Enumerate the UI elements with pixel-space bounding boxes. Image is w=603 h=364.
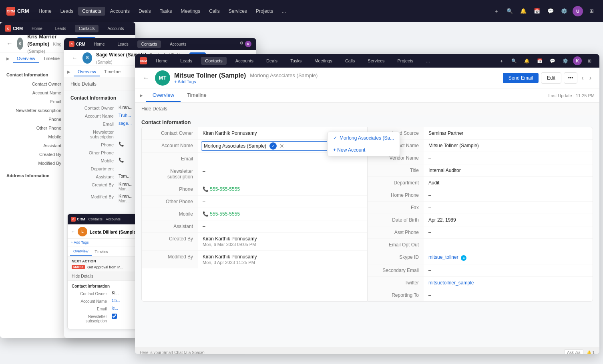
- win1-sidebar-address[interactable]: Address Information: [0, 171, 68, 180]
- nav-more[interactable]: ...: [278, 7, 290, 16]
- win3-add-icon[interactable]: ＋: [496, 56, 507, 66]
- win3-send-email-button[interactable]: Send Email: [503, 73, 539, 83]
- win1-sidebar-mobile[interactable]: Mobile: [0, 132, 68, 141]
- win3-twitter-link[interactable]: mitsuetollner_sample: [428, 280, 474, 286]
- search-icon[interactable]: 🔍: [505, 6, 515, 16]
- win1-tab-overview[interactable]: Overview: [13, 54, 39, 63]
- win1-tab-timeline[interactable]: Timeline: [39, 54, 64, 63]
- nav-meetings[interactable]: Meetings: [177, 7, 204, 16]
- win1-sidebar-newsletter[interactable]: Newsletter subscription: [0, 106, 68, 115]
- nav-tasks[interactable]: Tasks: [156, 7, 176, 16]
- win2-settings-icon[interactable]: ⚙: [240, 41, 243, 47]
- win1-nav-deals[interactable]: Deals: [133, 25, 135, 32]
- win3-add-tags-button[interactable]: + Add Tags: [174, 79, 196, 84]
- win3-avatar[interactable]: K: [573, 56, 582, 65]
- win1-sidebar-email[interactable]: Email: [0, 97, 68, 106]
- win3-nav-calls[interactable]: Calls: [341, 57, 359, 65]
- win3-nav-leads[interactable]: Leads: [176, 57, 196, 65]
- win3-nav-accounts[interactable]: Accounts: [231, 57, 257, 65]
- calendar-icon[interactable]: 📅: [532, 6, 542, 16]
- win2-leota-tab-overview[interactable]: Overview: [70, 248, 92, 256]
- win2-leota-back[interactable]: ←: [71, 229, 75, 234]
- nav-calls[interactable]: Calls: [205, 7, 224, 16]
- win3-label-skype: Skype ID: [368, 251, 424, 264]
- win1-sidebar-modified-by[interactable]: Modified By: [0, 159, 68, 168]
- nav-contacts[interactable]: Contacts: [78, 7, 105, 16]
- win2-avatar[interactable]: K: [245, 41, 251, 47]
- chat-icon[interactable]: 💬: [545, 6, 556, 16]
- win3-nav-contacts[interactable]: Contacts: [201, 57, 226, 65]
- win3-nav-projects[interactable]: Projects: [394, 57, 418, 65]
- win2-tab-overview[interactable]: Overview: [74, 68, 100, 76]
- win3-dropdown-item-1[interactable]: ✓ Morlong Associates (Sa...: [328, 132, 400, 144]
- user-avatar[interactable]: U: [573, 6, 583, 16]
- win3-nav-home[interactable]: Home: [152, 57, 171, 65]
- win3-label-title: Title: [368, 164, 424, 176]
- win3-nav-meetings[interactable]: Meetings: [310, 57, 336, 65]
- win1-sidebar-phone[interactable]: Phone: [0, 115, 68, 124]
- win3-next-button[interactable]: ›: [588, 73, 593, 83]
- win3-account-name-input[interactable]: [204, 143, 268, 149]
- win1-sidebar-contact-owner[interactable]: Contact Owner: [0, 80, 68, 88]
- grid-icon[interactable]: ⊞: [586, 6, 597, 16]
- nav-projects[interactable]: Projects: [252, 7, 277, 16]
- win3-more-button[interactable]: •••: [564, 72, 578, 84]
- win2-leota-nav-contacts[interactable]: Contacts: [88, 217, 103, 221]
- win1-back-button[interactable]: ←: [6, 39, 13, 48]
- win3-account-name-confirm[interactable]: ✓: [269, 142, 277, 150]
- win1-nav-leads[interactable]: Leads: [51, 25, 70, 32]
- win3-nav-services[interactable]: Services: [364, 57, 388, 65]
- nav-services[interactable]: Services: [225, 7, 251, 16]
- win2-nav-contacts[interactable]: Contacts: [137, 40, 161, 48]
- win1-collapse-arrow[interactable]: ▶: [6, 56, 10, 61]
- win2-f2-newsletter-checkbox[interactable]: [112, 314, 117, 319]
- win1-sidebar-contact-info[interactable]: Contact Information: [0, 70, 68, 80]
- win3-tab-overview[interactable]: Overview: [146, 89, 181, 102]
- win2-nav-leads[interactable]: Leads: [113, 40, 132, 48]
- win1-sidebar-account-name[interactable]: Account Name: [0, 88, 68, 97]
- win2-leota-nav-accounts[interactable]: Accounts: [106, 217, 121, 221]
- win2-collapse-arrow[interactable]: ▶: [67, 70, 70, 74]
- win1-sidebar-assistant[interactable]: Assistant: [0, 141, 68, 150]
- win3-hide-details[interactable]: Hide Details: [135, 103, 599, 115]
- win3-account-name-cancel[interactable]: ✕: [278, 142, 285, 150]
- nav-deals[interactable]: Deals: [135, 7, 155, 16]
- bell-icon[interactable]: 🔔: [518, 6, 529, 16]
- win1-nav-contacts[interactable]: Contacts: [75, 25, 98, 32]
- win3-grid-icon[interactable]: ⊞: [584, 56, 595, 66]
- win1-nav-home[interactable]: Home: [28, 25, 46, 32]
- win3-nav-tasks[interactable]: Tasks: [286, 57, 306, 65]
- win3-edit-button[interactable]: Edit: [541, 72, 561, 84]
- win3-settings-icon[interactable]: ⚙️: [560, 56, 571, 66]
- win3-skype-link[interactable]: mitsue_tollner: [428, 254, 458, 260]
- win2-back-button[interactable]: ←: [70, 53, 78, 63]
- global-logo[interactable]: CRM CRM: [6, 7, 29, 16]
- nav-leads[interactable]: Leads: [56, 7, 78, 16]
- win3-row-title: Title Internal Auditor: [368, 164, 593, 177]
- win3-ask-zia-label[interactable]: Ask Zia: [564, 349, 583, 354]
- win1-sidebar-other-phone[interactable]: Other Phone: [0, 124, 68, 132]
- win3-nav-more[interactable]: ...: [422, 57, 434, 65]
- win2-leota-add-tags[interactable]: + Add Tags: [71, 240, 89, 244]
- win3-calendar-icon[interactable]: 📅: [535, 56, 545, 66]
- win3-bell-icon[interactable]: 🔔: [522, 56, 532, 66]
- win3-collapse-arrow[interactable]: ▶: [140, 93, 143, 98]
- win3-chat-icon[interactable]: 💬: [547, 56, 558, 66]
- settings-icon[interactable]: ⚙️: [559, 6, 569, 16]
- win3-search-icon[interactable]: 🔍: [509, 56, 519, 66]
- win3-prev-button[interactable]: ‹: [580, 73, 585, 83]
- win3-dropdown-new-account[interactable]: + New Account: [328, 144, 400, 156]
- win2-nav-accounts[interactable]: Accounts: [166, 40, 190, 48]
- win3-back-button[interactable]: ←: [141, 73, 151, 83]
- win3-row-modified-by: Modified By Kiran Karthik Ponnusamy Mon,…: [142, 251, 367, 268]
- win3-nav-deals[interactable]: Deals: [262, 57, 281, 65]
- win2-tab-timeline[interactable]: Timeline: [100, 68, 125, 76]
- nav-accounts[interactable]: Accounts: [106, 7, 134, 16]
- win2-leota-tab-timeline[interactable]: Timeline: [92, 248, 112, 255]
- win1-nav-accounts[interactable]: Accounts: [103, 25, 128, 32]
- win2-nav-home[interactable]: Home: [90, 40, 109, 48]
- add-icon[interactable]: ＋: [491, 6, 501, 16]
- win3-tab-timeline[interactable]: Timeline: [181, 89, 213, 102]
- win1-sidebar-created-by[interactable]: Created By: [0, 150, 68, 159]
- nav-home[interactable]: Home: [35, 7, 56, 16]
